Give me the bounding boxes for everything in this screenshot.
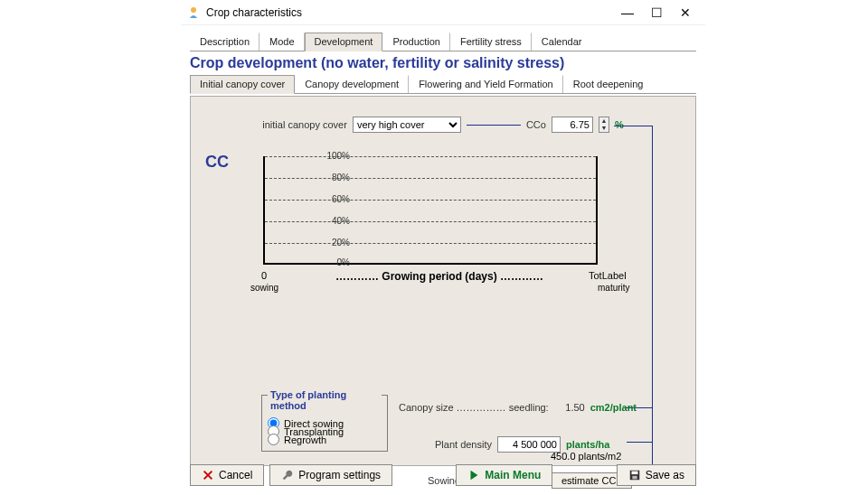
icc-label: initial canopy cover <box>262 119 347 130</box>
subtab-initial-canopy-cover[interactable]: Initial canopy cover <box>190 75 295 94</box>
maximize-button[interactable]: ☐ <box>642 2 671 23</box>
tab-calendar[interactable]: Calendar <box>532 33 591 51</box>
x-left-label: sowing <box>250 283 278 293</box>
wrench-icon <box>281 469 294 481</box>
ytick-0: 0% <box>314 257 350 267</box>
program-settings-button[interactable]: Program settings <box>269 464 392 486</box>
save-as-button[interactable]: Save as <box>617 464 696 486</box>
minimize-button[interactable]: — <box>613 2 642 23</box>
ytick-40: 40% <box>314 216 350 226</box>
canopy-size-unit: cm2/plant <box>590 402 637 413</box>
main-menu-button[interactable]: Main Menu <box>456 464 552 486</box>
cc-axis-label: CC <box>205 153 229 172</box>
cco-spinner[interactable]: ▲▼ <box>599 117 609 133</box>
sub-tabs: Initial canopy cover Canopy development … <box>190 75 696 94</box>
titlebar: Crop characteristics — ☐ ✕ <box>181 0 705 25</box>
canopy-size-label: Canopy size …………… seedling: <box>399 402 549 413</box>
tab-description[interactable]: Description <box>190 33 259 51</box>
svg-point-0 <box>191 7 196 13</box>
radio-regrowth-input[interactable] <box>268 434 279 445</box>
footer-bar: Cancel Program settings Main Menu Save a… <box>181 459 705 491</box>
x-right-label: maturity <box>598 283 630 293</box>
cco-input[interactable] <box>552 117 593 133</box>
ytick-80: 80% <box>314 173 350 182</box>
app-icon <box>186 5 201 20</box>
ytick-60: 60% <box>314 194 350 204</box>
icc-row: initial canopy cover very high cover CCo… <box>198 117 688 133</box>
canopy-size-value: 1.50 <box>554 402 585 413</box>
save-icon <box>628 469 641 481</box>
ytick-20: 20% <box>314 238 350 248</box>
crop-characteristics-window: Crop characteristics — ☐ ✕ Description M… <box>181 0 705 495</box>
cco-unit: % <box>615 119 624 130</box>
tab-development[interactable]: Development <box>305 33 383 51</box>
svg-rect-3 <box>632 476 637 480</box>
subtab-canopy-development[interactable]: Canopy development <box>295 75 409 93</box>
planting-method-title: Type of planting method <box>268 389 382 411</box>
x-left-value: 0 <box>261 270 267 281</box>
plant-density-unit: plants/ha <box>566 439 609 450</box>
page-title: Crop development (no water, fertility or… <box>190 55 696 71</box>
canopy-size-row: Canopy size …………… seedling: 1.50 cm2/pla… <box>399 402 637 413</box>
top-tabs: Description Mode Development Production … <box>190 33 696 51</box>
x-title: ………… Growing period (days) ………… <box>335 270 543 283</box>
ytick-100: 100% <box>314 151 350 161</box>
window-title: Crop characteristics <box>206 6 613 19</box>
tab-fertility-stress[interactable]: Fertility stress <box>450 33 532 51</box>
close-button[interactable]: ✕ <box>671 2 700 23</box>
subtab-flowering-yield[interactable]: Flowering and Yield Formation <box>409 75 563 93</box>
svg-rect-2 <box>631 472 637 475</box>
tab-production[interactable]: Production <box>382 33 450 51</box>
plant-density-label: Plant density <box>435 439 492 450</box>
subtab-root-deepening[interactable]: Root deepening <box>563 75 653 93</box>
x-right-value: TotLabel <box>589 270 627 281</box>
play-icon <box>467 469 480 481</box>
radio-regrowth[interactable]: Regrowth <box>268 434 382 445</box>
cancel-icon <box>202 469 214 481</box>
development-panel: initial canopy cover very high cover CCo… <box>190 96 696 466</box>
tab-mode[interactable]: Mode <box>259 33 305 51</box>
cco-label: CCo <box>526 119 546 130</box>
cc-chart: CC 100% 80% 60% 40% 20% 0% 0 sowing ………… <box>198 153 688 288</box>
cancel-button[interactable]: Cancel <box>190 464 264 486</box>
content-area: Description Mode Development Production … <box>181 25 705 472</box>
icc-select[interactable]: very high cover <box>353 117 461 133</box>
planting-method-group: Type of planting method Direct sowing Tr… <box>261 395 388 452</box>
